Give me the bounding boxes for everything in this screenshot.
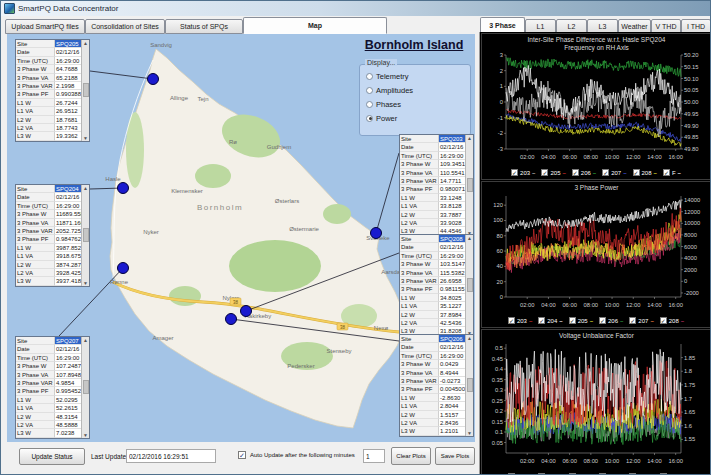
scroll-thumb[interactable] [83, 228, 89, 242]
radio-label: Telemetry [376, 72, 409, 81]
svg-text:0.35: 0.35 [492, 377, 503, 383]
table-row: 3 Phase PF0.004500 [400, 385, 473, 393]
row-label: 3 Phase PF [400, 385, 439, 393]
svg-text:10000: 10000 [684, 220, 700, 226]
update-status-button[interactable]: Update Status [19, 448, 85, 465]
scroll-down-icon[interactable]: ▼ [467, 430, 472, 436]
scroll-down-icon[interactable]: ▼ [83, 280, 88, 286]
legend-item-204: ✓204– [538, 317, 562, 324]
site-marker-SPQ203[interactable] [371, 228, 382, 239]
site-marker-SPQ206[interactable] [226, 314, 237, 325]
radio-telemetry[interactable] [366, 73, 373, 80]
table-row: 3 Phase PF0.984762 [16, 235, 89, 243]
legend-checkbox-207[interactable]: ✓ [602, 169, 609, 176]
scroll-up-icon[interactable]: ▲ [467, 135, 472, 141]
scroll-up-icon[interactable]: ▲ [467, 335, 472, 341]
legend-checkbox-203[interactable]: ✓ [508, 317, 515, 324]
legend-checkbox-204[interactable]: ✓ [538, 317, 545, 324]
legend-item-208: ✓208– [660, 317, 684, 324]
legend-label: 203 [520, 170, 530, 176]
table-scrollbar[interactable]: ▲▼ [81, 185, 89, 286]
site-marker-SPQ208[interactable] [241, 306, 252, 317]
legend-color-dash: – [590, 318, 593, 324]
site-marker-SPQ207[interactable] [118, 263, 129, 274]
legend-checkbox-208[interactable]: ✓ [660, 317, 667, 324]
radio-power[interactable] [366, 115, 373, 122]
table-row: L2 VA18.7743 [16, 124, 89, 132]
scroll-thumb[interactable] [83, 83, 89, 97]
scroll-up-icon[interactable]: ▲ [83, 337, 88, 343]
row-value: 107.2487 [55, 362, 82, 370]
svg-text:02:00: 02:00 [520, 458, 535, 464]
legend-checkbox-203[interactable]: ✓ [511, 169, 518, 176]
legend-label: 203 [517, 318, 527, 324]
svg-text:14000: 14000 [684, 197, 700, 203]
table-row: L2 W33.7887 [400, 211, 473, 219]
scroll-down-icon[interactable]: ▼ [83, 432, 88, 438]
tab-consolidation-of-sites[interactable]: Consolidation of Sites [85, 19, 165, 34]
table-row: 3 Phase W0.0429 [400, 360, 473, 368]
legend-checkbox-206[interactable]: ✓ [599, 317, 606, 324]
scroll-thumb[interactable] [467, 378, 473, 392]
display-option-telemetry[interactable]: Telemetry [364, 69, 468, 83]
row-value: 52.2615 [55, 404, 82, 412]
row-value: 11871.1668 [55, 219, 82, 227]
scroll-down-icon[interactable]: ▼ [83, 135, 88, 141]
table-scrollbar[interactable]: ▲▼ [465, 235, 473, 336]
scroll-up-icon[interactable]: ▲ [83, 185, 88, 191]
display-option-phases[interactable]: Phases [364, 97, 468, 111]
legend-checkbox-206[interactable]: ✓ [572, 169, 579, 176]
scroll-up-icon[interactable]: ▲ [467, 235, 472, 241]
scroll-thumb[interactable] [467, 178, 473, 192]
table-row: 3 Phase PF0.981155 [400, 285, 473, 293]
radio-amplitudes[interactable] [366, 87, 373, 94]
table-row: 3 Phase VAR4.9854 [16, 379, 89, 387]
display-option-amplitudes[interactable]: Amplitudes [364, 83, 468, 97]
scroll-thumb[interactable] [83, 380, 89, 394]
row-value: 0.984762 [55, 235, 82, 243]
minutes-field[interactable] [363, 449, 385, 463]
row-label: Date [400, 143, 439, 151]
tab-upload-smartpq-files[interactable]: Upload SmartPQ files [5, 19, 85, 34]
connector-line-SPQ203 [376, 153, 399, 233]
save-plots-button[interactable]: Save Plots [435, 447, 475, 465]
row-value: 110.5541 [439, 169, 466, 177]
row-value: 109.3451 [439, 160, 466, 168]
table-row: 3 Phase VA11871.1668 [16, 219, 89, 227]
site-marker-SPQ204[interactable] [118, 183, 129, 194]
row-label: L2 W [16, 116, 55, 124]
legend-checkbox-F[interactable]: ✓ [663, 169, 670, 176]
radio-phases[interactable] [366, 101, 373, 108]
scroll-up-icon[interactable]: ▲ [83, 40, 88, 46]
svg-text:0: 0 [500, 99, 503, 105]
row-label: 3 Phase VA [16, 219, 55, 227]
clear-plots-button[interactable]: Clear Plots [391, 447, 431, 465]
table-scrollbar[interactable]: ▲▼ [81, 337, 89, 438]
legend-checkbox-205[interactable]: ✓ [569, 317, 576, 324]
legend-color-dash: – [620, 318, 623, 324]
auto-update-checkbox[interactable]: ✓ [238, 451, 246, 459]
svg-text:1: 1 [500, 83, 503, 89]
table-scrollbar[interactable]: ▲▼ [81, 40, 89, 141]
tab-map[interactable]: Map [243, 17, 387, 34]
table-scrollbar[interactable]: ▲▼ [465, 335, 473, 436]
table-row: L1 W33.1248 [400, 194, 473, 202]
title-bar: SmartPQ Data Concentrator [1, 1, 710, 16]
tab-status-of-spqs[interactable]: Status of SPQs [165, 19, 243, 34]
road-shield-label: 38 [340, 325, 346, 330]
table-scrollbar[interactable]: ▲▼ [465, 135, 473, 236]
place-label-rønne: Rønne [110, 279, 129, 285]
svg-text:0.3: 0.3 [495, 387, 503, 393]
legend-checkbox-207[interactable]: ✓ [629, 317, 636, 324]
scroll-thumb[interactable] [467, 278, 473, 292]
site-marker-SPQ205[interactable] [148, 74, 159, 85]
display-option-power[interactable]: Power [364, 111, 468, 125]
table-row: Date02/12/16 [400, 143, 473, 151]
svg-text:0.25: 0.25 [492, 398, 503, 404]
row-label: L3 W [16, 429, 55, 437]
legend-checkbox-208[interactable]: ✓ [633, 169, 640, 176]
row-label: L1 W [16, 99, 55, 107]
row-label: Time (UTC) [16, 57, 55, 65]
last-update-field[interactable] [126, 449, 216, 463]
legend-checkbox-205[interactable]: ✓ [541, 169, 548, 176]
